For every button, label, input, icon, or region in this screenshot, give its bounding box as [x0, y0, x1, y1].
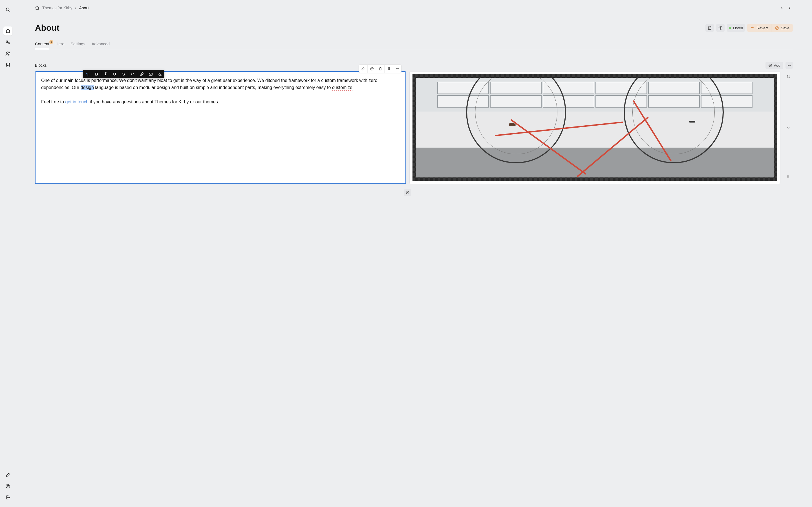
user-circle-icon: [5, 484, 10, 489]
ellipsis-icon: [395, 67, 399, 71]
check-circle-icon: [775, 26, 779, 30]
svg-point-11: [7, 485, 9, 487]
text-paragraph-1[interactable]: One of our main focus is performance. We…: [41, 77, 400, 91]
svg-point-23: [388, 68, 389, 68]
save-revert-group: Revert Save: [747, 24, 793, 32]
selected-text: design: [81, 85, 94, 90]
undo-icon: [751, 26, 755, 30]
block-edit-button[interactable]: [359, 65, 367, 73]
settings-button[interactable]: [716, 24, 725, 32]
block-more-button[interactable]: [393, 65, 401, 73]
format-code-button[interactable]: [128, 70, 137, 78]
sidebar-item-logout[interactable]: [3, 493, 12, 502]
svg-point-34: [788, 175, 788, 176]
sliders-icon: [5, 62, 10, 67]
svg-point-18: [789, 65, 790, 66]
sidebar-item-languages[interactable]: [3, 38, 12, 47]
nav-next-button[interactable]: [786, 5, 793, 11]
rail-drag-handle[interactable]: [784, 173, 792, 180]
nav-prev-button[interactable]: [779, 5, 785, 11]
breadcrumb-separator: /: [75, 6, 77, 10]
rail-sort-button[interactable]: [784, 73, 792, 80]
blocks-more-button[interactable]: [785, 62, 793, 69]
sort-icon: [786, 75, 790, 78]
page-title: About: [35, 23, 59, 33]
block-delete-button[interactable]: [376, 65, 384, 73]
format-email-button[interactable]: [146, 70, 155, 78]
revert-button[interactable]: Revert: [747, 24, 771, 32]
svg-point-37: [789, 176, 789, 177]
svg-point-28: [389, 69, 389, 70]
text-paragraph-2[interactable]: Feel free to get in touch if you have an…: [41, 98, 400, 105]
format-toolbar: ¶ B I U S: [83, 70, 164, 78]
header-actions: Listed Revert Save: [705, 24, 793, 32]
rail-expand-button[interactable]: [784, 124, 792, 131]
tab-badge: 1: [49, 40, 53, 44]
blocks-header: Blocks Add: [35, 62, 793, 69]
add-block-below: [35, 189, 780, 196]
save-button[interactable]: Save: [771, 24, 793, 32]
tab-label: Hero: [56, 42, 64, 46]
format-underline-button[interactable]: U: [110, 70, 119, 78]
svg-point-27: [388, 69, 389, 70]
tab-hero[interactable]: Hero: [56, 40, 64, 49]
sidebar: [0, 0, 16, 507]
text-block[interactable]: ¶ B I U S One of our main focus is perfo…: [35, 71, 406, 184]
tab-content[interactable]: Content 1: [35, 40, 49, 49]
gear-icon: [718, 25, 723, 30]
sidebar-item-edit[interactable]: [3, 470, 12, 480]
image-block[interactable]: [409, 71, 780, 184]
open-page-button[interactable]: [705, 24, 714, 32]
eraser-icon: [158, 72, 162, 76]
sidebar-item-system[interactable]: [3, 60, 12, 69]
drag-icon: [387, 67, 391, 71]
save-label: Save: [781, 26, 790, 30]
sidebar-item-account[interactable]: [3, 482, 12, 491]
block-drag-handle[interactable]: [384, 65, 393, 73]
search-icon-button[interactable]: [3, 5, 12, 14]
home-icon: [5, 29, 10, 34]
blocks-section-label: Blocks: [35, 63, 47, 68]
plus-circle-icon: [406, 191, 410, 194]
format-clear-button[interactable]: [155, 70, 164, 78]
translate-icon: [5, 40, 10, 45]
italic-icon: I: [105, 71, 106, 77]
get-in-touch-link[interactable]: get in touch: [65, 100, 89, 104]
logout-icon: [5, 495, 10, 500]
format-paragraph-button[interactable]: ¶: [83, 70, 92, 78]
status-button[interactable]: Listed: [727, 24, 745, 32]
format-italic-button[interactable]: I: [101, 70, 110, 78]
home-icon: [35, 6, 40, 10]
format-strike-button[interactable]: S: [119, 70, 128, 78]
nav-arrows: [779, 5, 793, 11]
sidebar-item-site[interactable]: [3, 26, 12, 36]
code-icon: [131, 72, 135, 76]
block-add-button[interactable]: [367, 65, 376, 73]
strike-icon: S: [122, 71, 125, 77]
search-icon: [5, 7, 10, 12]
svg-point-35: [789, 175, 789, 176]
svg-point-17: [788, 65, 789, 66]
tab-advanced[interactable]: Advanced: [92, 40, 110, 49]
svg-point-13: [775, 26, 778, 29]
sidebar-item-users[interactable]: [3, 49, 12, 58]
breadcrumb-parent[interactable]: Themes for Kirby: [42, 6, 72, 10]
plus-circle-icon: [768, 63, 772, 67]
underline-icon: U: [113, 71, 116, 77]
header-row: About Listed Revert: [35, 23, 793, 33]
format-link-button[interactable]: [137, 70, 146, 78]
users-icon: [5, 51, 10, 56]
svg-point-30: [397, 68, 398, 69]
ellipsis-icon: [787, 63, 791, 67]
bold-icon: B: [95, 71, 98, 77]
svg-point-31: [398, 68, 398, 69]
format-bold-button[interactable]: B: [92, 70, 101, 78]
image-preview: [416, 78, 774, 177]
tab-label: Advanced: [92, 42, 110, 46]
tab-settings[interactable]: Settings: [70, 40, 85, 49]
add-block-below-button[interactable]: [404, 189, 411, 196]
link-icon: [140, 72, 144, 76]
main: Themes for Kirby / About About: [16, 0, 812, 507]
add-block-button[interactable]: Add: [765, 62, 783, 69]
svg-point-24: [389, 68, 389, 68]
